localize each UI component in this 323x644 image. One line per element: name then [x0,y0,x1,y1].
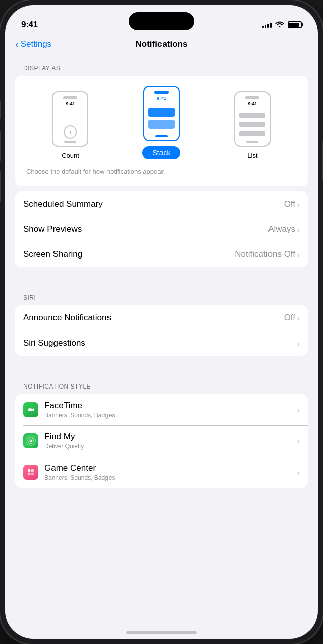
findmy-icon [23,433,38,448]
display-as-card: 9:41 3 Count 9 [15,76,308,186]
list-label: List [247,152,257,159]
preview-notch [245,96,259,99]
scheduled-summary-value: Off [284,199,295,209]
display-option-count[interactable]: 9:41 3 Count [52,91,88,159]
siri-suggestions-row[interactable]: Siri Suggestions › [15,331,308,356]
findmy-label: Find My [44,432,84,442]
screen-sharing-right: Notifications Off › [235,249,300,260]
nav-bar: ‹ Settings Notifications [5,35,318,55]
siri-header: SIRI [5,285,318,305]
volume-down-button[interactable] [0,171,1,202]
count-label: Count [62,152,79,159]
list-item-1 [239,113,265,118]
list-item-2 [239,122,265,127]
scheduled-summary-row[interactable]: Scheduled Summary Off › [15,191,308,217]
preview-notch [154,91,169,94]
screen-sharing-label: Screen Sharing [23,249,82,260]
stack-card-1 [148,108,175,117]
scheduled-summary-right: Off › [284,199,300,209]
list-preview: 9:41 [234,91,271,147]
screen-sharing-row[interactable]: Screen Sharing Notifications Off › [15,242,308,267]
count-bubble: 3 [64,125,77,139]
preview-home [246,141,258,143]
facetime-row[interactable]: FaceTime Banners, Sounds, Badges › [15,394,308,425]
findmy-row[interactable]: Find My Deliver Quietly › [15,425,308,457]
facetime-text: FaceTime Banners, Sounds, Badges [44,401,115,419]
svg-point-6 [28,473,31,476]
siri-suggestions-label: Siri Suggestions [23,338,85,348]
scheduled-summary-label: Scheduled Summary [23,199,103,209]
phone-screen: 9:41 [5,5,318,639]
preview-time: 9:41 [248,101,257,106]
findmy-text: Find My Deliver Quietly [44,432,84,450]
chevron-right-icon: › [297,225,300,234]
silent-switch[interactable] [0,101,1,119]
facetime-icon [23,402,38,417]
show-previews-label: Show Previews [23,224,82,234]
display-option-stack[interactable]: 9:41 Stack [142,86,180,159]
notification-style-card: FaceTime Banners, Sounds, Badges › [15,394,308,488]
page-title: Notifications [136,39,188,49]
signal-bar-4 [270,23,272,28]
display-option-list[interactable]: 9:41 List [234,91,271,159]
chevron-right-icon: › [297,250,300,259]
announce-notifications-row[interactable]: Announce Notifications Off › [15,305,308,331]
chevron-right-icon: › [297,437,300,445]
gamecenter-text: Game Center Banners, Sounds, Badges [44,463,115,481]
preview-home [64,141,76,143]
preview-notch [63,96,77,99]
findmy-row-left: Find My Deliver Quietly [23,432,84,450]
back-chevron-icon: ‹ [15,39,19,49]
gamecenter-label: Game Center [44,463,115,473]
back-label: Settings [21,39,51,49]
gamecenter-sublabel: Banners, Sounds, Badges [44,474,115,481]
siri-section: SIRI Announce Notifications Off › Siri S… [5,285,318,356]
announce-notifications-right: Off › [284,313,300,323]
phone-frame: 9:41 [0,0,323,644]
chevron-right-icon: › [297,200,300,209]
home-indicator[interactable] [126,631,197,634]
facetime-row-left: FaceTime Banners, Sounds, Badges [23,401,115,419]
screen-sharing-value: Notifications Off [235,249,295,260]
volume-up-button[interactable] [0,131,1,161]
preview-time: 9:41 [157,96,166,101]
battery-icon [288,21,302,28]
back-button[interactable]: ‹ Settings [15,39,51,49]
show-previews-value: Always [268,224,295,234]
signal-bar-2 [265,25,266,28]
notification-style-header: NOTIFICATION STYLE [5,374,318,394]
preview-content [147,103,176,135]
svg-point-3 [30,440,31,441]
notification-style-section: NOTIFICATION STYLE FaceTime [5,374,318,488]
stack-badge: Stack [142,146,180,159]
preview-time: 9:41 [66,101,75,106]
gamecenter-row[interactable]: Game Center Banners, Sounds, Badges › [15,457,308,488]
show-previews-row[interactable]: Show Previews Always › [15,217,308,242]
status-time: 9:41 [21,20,38,30]
chevron-right-icon: › [297,468,300,477]
general-settings-card: Scheduled Summary Off › Show Previews Al… [15,191,308,267]
wifi-icon [275,21,284,29]
preview-content: 3 [56,108,84,141]
signal-icon [262,22,272,28]
display-as-header: DISPLAY AS [5,55,318,76]
dynamic-island [129,12,194,30]
display-options: 9:41 3 Count 9 [25,86,298,159]
signal-bar-1 [262,26,264,28]
siri-card: Announce Notifications Off › Siri Sugges… [15,305,308,356]
siri-suggestions-right: › [297,339,300,348]
preview-content [238,108,266,141]
svg-point-7 [31,473,34,476]
chevron-right-icon: › [297,314,300,323]
announce-notifications-label: Announce Notifications [23,313,111,323]
preview-home [155,135,168,137]
count-preview: 9:41 3 [52,91,88,147]
svg-point-5 [31,469,34,472]
facetime-sublabel: Banners, Sounds, Badges [44,412,115,419]
display-hint: Choose the default for how notifications… [25,167,298,176]
svg-point-4 [28,469,31,472]
show-previews-right: Always › [268,224,300,234]
signal-bar-3 [267,24,269,28]
facetime-label: FaceTime [44,401,115,411]
content-area: DISPLAY AS 9:41 3 [5,55,318,629]
